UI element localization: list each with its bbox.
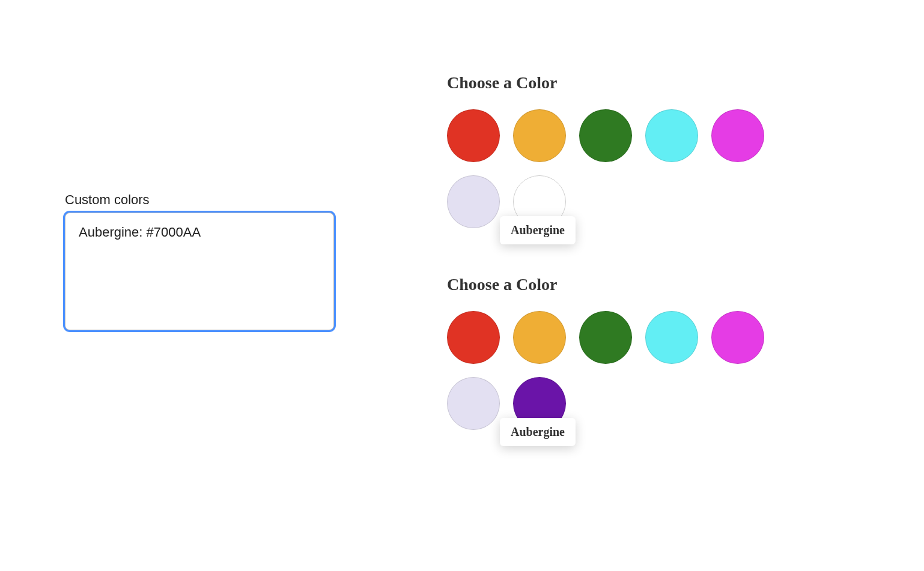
- tooltip-aubergine: Aubergine: [500, 216, 576, 244]
- swatch-row: Aubergine: [447, 377, 783, 430]
- swatch-cyan[interactable]: [645, 311, 698, 364]
- color-section-2: Choose a Color Aubergine: [447, 275, 783, 430]
- swatch-row: [447, 311, 783, 364]
- swatch-red[interactable]: [447, 311, 500, 364]
- swatch-row: [447, 109, 783, 162]
- swatch-green[interactable]: [579, 109, 632, 162]
- color-picker-panel: Choose a Color Aubergine Choose a Color: [447, 73, 783, 477]
- custom-colors-panel: Custom colors: [65, 192, 334, 333]
- custom-colors-label: Custom colors: [65, 192, 334, 208]
- section-heading: Choose a Color: [447, 275, 783, 294]
- swatch-magenta[interactable]: [711, 311, 764, 364]
- swatch-red[interactable]: [447, 109, 500, 162]
- swatch-orange[interactable]: [513, 109, 566, 162]
- swatch-lavender[interactable]: [447, 175, 500, 228]
- tooltip-aubergine: Aubergine: [500, 418, 576, 446]
- swatch-wrapper-aubergine: Aubergine: [513, 175, 566, 228]
- swatch-wrapper-aubergine: Aubergine: [513, 377, 566, 430]
- swatch-row: Aubergine: [447, 175, 783, 228]
- custom-colors-textarea[interactable]: [65, 213, 334, 330]
- swatch-green[interactable]: [579, 311, 632, 364]
- swatch-orange[interactable]: [513, 311, 566, 364]
- section-heading: Choose a Color: [447, 73, 783, 92]
- swatch-cyan[interactable]: [645, 109, 698, 162]
- swatch-magenta[interactable]: [711, 109, 764, 162]
- textarea-wrapper: [65, 213, 334, 333]
- swatch-lavender[interactable]: [447, 377, 500, 430]
- color-section-1: Choose a Color Aubergine: [447, 73, 783, 228]
